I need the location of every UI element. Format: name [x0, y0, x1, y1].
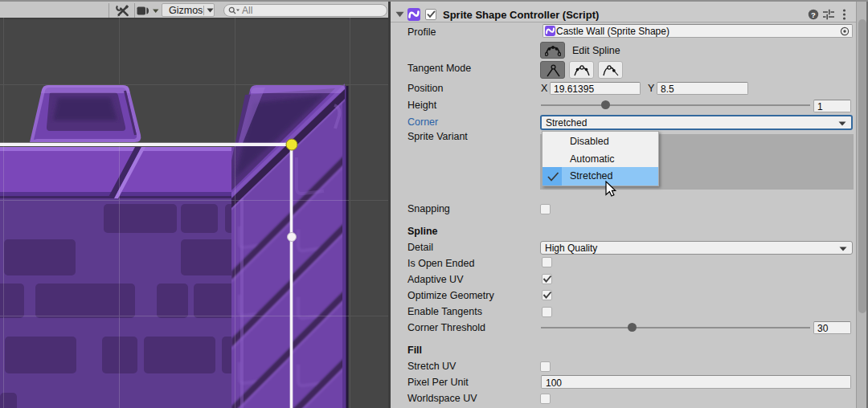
svg-text:?: ? [811, 10, 816, 19]
